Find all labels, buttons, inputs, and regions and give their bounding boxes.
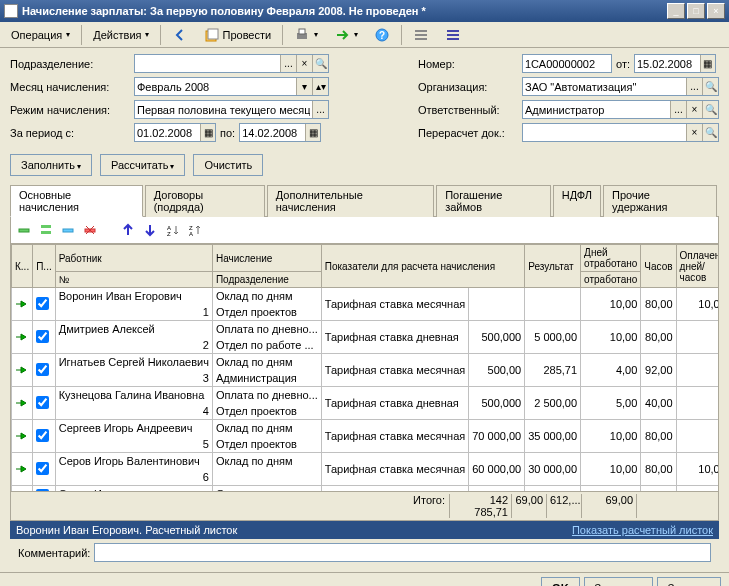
- pereraschet-label: Перерасчет док.:: [418, 127, 518, 139]
- tab-4[interactable]: НДФЛ: [553, 185, 601, 217]
- otv-input[interactable]: [523, 101, 670, 118]
- table-row[interactable]: Игнатьев Сергей НиколаевичОклад по днямТ…: [12, 354, 720, 371]
- back-button[interactable]: [165, 24, 195, 46]
- row-checkbox[interactable]: [36, 396, 49, 409]
- provesti-button[interactable]: Провести: [197, 24, 278, 46]
- col-podr[interactable]: Подразделение: [212, 272, 321, 288]
- period-from-input[interactable]: [135, 124, 200, 141]
- pereraschet-input[interactable]: [523, 124, 686, 141]
- operation-menu[interactable]: Операция: [4, 26, 77, 44]
- main-toolbar: Операция Действия Провести ?: [0, 22, 729, 48]
- select-button[interactable]: ...: [670, 101, 686, 118]
- tab-0[interactable]: Основные начисления: [10, 185, 143, 217]
- actions-menu[interactable]: Действия: [86, 26, 156, 44]
- nomer-label: Номер:: [418, 58, 518, 70]
- status-text: Воронин Иван Егорович. Расчетный листок: [16, 524, 237, 536]
- search-button[interactable]: 🔍: [702, 124, 718, 141]
- clear-button[interactable]: ×: [686, 124, 702, 141]
- maximize-button[interactable]: □: [687, 3, 705, 19]
- otv-label: Ответственный:: [418, 104, 518, 116]
- clear-button[interactable]: ×: [686, 101, 702, 118]
- nomer-input[interactable]: [522, 54, 612, 73]
- row-checkbox[interactable]: [36, 297, 49, 310]
- col-k[interactable]: К...: [12, 245, 33, 288]
- select-button[interactable]: ...: [280, 55, 296, 72]
- tab-2[interactable]: Дополнительные начисления: [267, 185, 434, 217]
- show-payslip-link[interactable]: Показать расчетный листок: [572, 524, 713, 536]
- col-pokazateli[interactable]: Показатели для расчета начисления: [321, 245, 524, 288]
- edit-row-icon[interactable]: [59, 221, 77, 239]
- insert-row-icon[interactable]: [37, 221, 55, 239]
- app-icon: [4, 4, 18, 18]
- sort-asc-icon[interactable]: AZ: [163, 221, 181, 239]
- tab-1[interactable]: Договоры (подряда): [145, 185, 265, 217]
- totals-row: Итого: 142 785,71 69,00 612,... 69,00: [10, 492, 719, 521]
- window-title: Начисление зарплаты: За первую половину …: [22, 5, 667, 17]
- help-button[interactable]: ?: [367, 24, 397, 46]
- zapisat-button[interactable]: Записать: [584, 577, 653, 586]
- rezhim-label: Режим начисления:: [10, 104, 130, 116]
- go-dropdown[interactable]: [327, 24, 365, 46]
- col-dnei[interactable]: Дней отработано: [581, 245, 641, 272]
- col-n[interactable]: №: [55, 272, 212, 288]
- clear-button[interactable]: ×: [296, 55, 312, 72]
- select-button[interactable]: ...: [686, 78, 702, 95]
- ochistit-button[interactable]: Очистить: [193, 154, 263, 176]
- svg-rect-10: [447, 34, 459, 36]
- tab-5[interactable]: Прочие удержания: [603, 185, 717, 217]
- period-to-input[interactable]: [240, 124, 305, 141]
- svg-rect-14: [41, 231, 51, 234]
- table-row[interactable]: Серов Игорь ВалентиновичОклад по днямТар…: [12, 453, 720, 470]
- row-checkbox[interactable]: [36, 429, 49, 442]
- podrazdelenie-input[interactable]: [135, 55, 280, 72]
- svg-rect-1: [208, 29, 218, 39]
- comment-input[interactable]: [94, 543, 711, 562]
- table-row[interactable]: Кузнецова Галина ИвановнаОплата по дневн…: [12, 387, 720, 404]
- podrazdelenie-label: Подразделение:: [10, 58, 130, 70]
- spin-button[interactable]: ▴▾: [312, 78, 328, 95]
- bottom-bar: OK Записать Закрыть: [0, 572, 729, 586]
- mesyac-input[interactable]: [135, 78, 296, 95]
- calendar-button[interactable]: ▦: [200, 124, 215, 141]
- zakryt-button[interactable]: Закрыть: [657, 577, 721, 586]
- move-down-icon[interactable]: [141, 221, 159, 239]
- col-rabotnik[interactable]: Работник: [55, 245, 212, 272]
- search-button[interactable]: 🔍: [702, 101, 718, 118]
- search-button[interactable]: 🔍: [312, 55, 328, 72]
- calendar-button[interactable]: ▦: [700, 55, 715, 72]
- close-button[interactable]: ×: [707, 3, 725, 19]
- col-nachislenie[interactable]: Начисление: [212, 245, 321, 272]
- rasschitat-button[interactable]: Рассчитать: [100, 154, 185, 176]
- col-oplacheno[interactable]: Оплачено дней/часов: [676, 245, 719, 288]
- svg-rect-7: [415, 34, 427, 36]
- sort-desc-icon[interactable]: ZA: [185, 221, 203, 239]
- row-checkbox[interactable]: [36, 330, 49, 343]
- table-row[interactable]: Воронин Иван ЕгоровичОклад по днямТарифн…: [12, 288, 720, 305]
- org-input[interactable]: [523, 78, 686, 95]
- minimize-button[interactable]: _: [667, 3, 685, 19]
- select-button[interactable]: ...: [312, 101, 328, 118]
- date-input[interactable]: [635, 55, 700, 72]
- col-rezultat[interactable]: Результат: [525, 245, 581, 288]
- table-row[interactable]: Дмитриев АлексейОплата по дневно...Тариф…: [12, 321, 720, 338]
- col-p[interactable]: П...: [33, 245, 56, 288]
- table-row[interactable]: Сергеев Игорь АндреевичОклад по днямТари…: [12, 420, 720, 437]
- grid-toolbar: AZ ZA: [10, 217, 719, 244]
- list-button-1[interactable]: [406, 24, 436, 46]
- grid[interactable]: К... П... Работник Начисление Показатели…: [10, 244, 719, 492]
- delete-row-icon[interactable]: [81, 221, 99, 239]
- print-dropdown[interactable]: [287, 24, 325, 46]
- calendar-button[interactable]: ▦: [305, 124, 320, 141]
- add-row-icon[interactable]: [15, 221, 33, 239]
- list-button-2[interactable]: [438, 24, 468, 46]
- zapolnit-button[interactable]: Заполнить: [10, 154, 92, 176]
- search-button[interactable]: 🔍: [702, 78, 718, 95]
- col-chasov[interactable]: Часов: [641, 245, 676, 288]
- ok-button[interactable]: OK: [541, 577, 580, 586]
- row-checkbox[interactable]: [36, 462, 49, 475]
- dropdown-button[interactable]: ▾: [296, 78, 312, 95]
- tab-3[interactable]: Погашение займов: [436, 185, 551, 217]
- rezhim-input[interactable]: [135, 101, 312, 118]
- row-checkbox[interactable]: [36, 363, 49, 376]
- move-up-icon[interactable]: [119, 221, 137, 239]
